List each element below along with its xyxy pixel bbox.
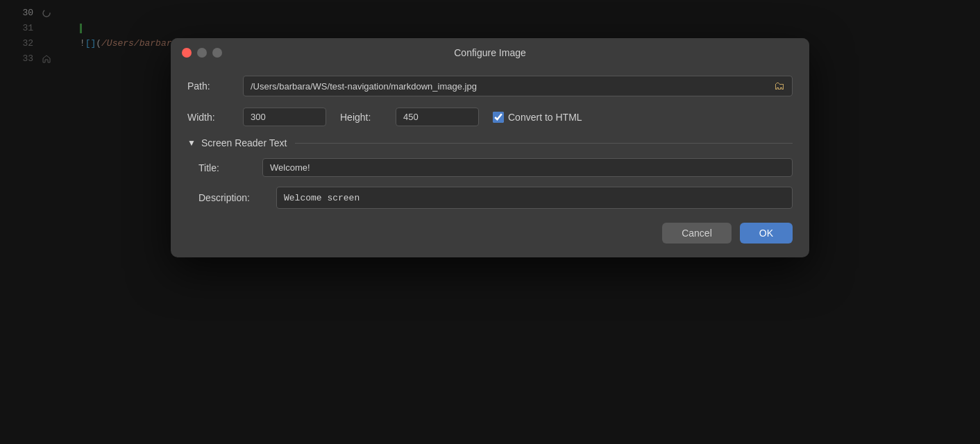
convert-to-html-row: Convert to HTML bbox=[493, 112, 582, 123]
section-divider bbox=[295, 143, 793, 144]
maximize-button[interactable] bbox=[212, 48, 222, 58]
height-input[interactable] bbox=[396, 108, 479, 126]
title-row: Title: bbox=[198, 158, 793, 177]
screen-reader-title: Screen Reader Text bbox=[201, 137, 287, 148]
screen-reader-header[interactable]: ▼ Screen Reader Text bbox=[187, 137, 793, 148]
minimize-button[interactable] bbox=[197, 48, 207, 58]
dimensions-row: Width: Height: Convert to HTML bbox=[187, 108, 793, 126]
path-input-container: /Users/barbara/WS/test-navigation/markdo… bbox=[243, 76, 793, 96]
screen-reader-section: ▼ Screen Reader Text Title: Description:… bbox=[187, 137, 793, 209]
close-button[interactable] bbox=[182, 48, 192, 58]
modal-overlay: Configure Image Path: /Users/barbara/WS/… bbox=[0, 0, 980, 444]
width-label: Width: bbox=[187, 112, 243, 123]
dialog-titlebar: Configure Image bbox=[171, 38, 809, 65]
traffic-lights bbox=[182, 48, 222, 58]
title-input[interactable] bbox=[262, 158, 793, 177]
cancel-button[interactable]: Cancel bbox=[662, 223, 732, 244]
description-label: Description: bbox=[198, 192, 268, 203]
configure-image-dialog: Configure Image Path: /Users/barbara/WS/… bbox=[171, 38, 809, 257]
convert-to-html-checkbox[interactable] bbox=[493, 112, 504, 123]
path-input-value: /Users/barbara/WS/test-navigation/markdo… bbox=[251, 81, 774, 92]
width-input[interactable] bbox=[243, 108, 326, 126]
dialog-title: Configure Image bbox=[454, 47, 526, 58]
height-label: Height: bbox=[340, 112, 396, 123]
dialog-content: Path: /Users/barbara/WS/test-navigation/… bbox=[171, 65, 809, 257]
description-row: Description: Welcome screen bbox=[198, 187, 793, 209]
path-label: Path: bbox=[187, 80, 243, 92]
collapse-arrow-icon: ▼ bbox=[187, 138, 196, 148]
description-input[interactable]: Welcome screen bbox=[276, 187, 793, 209]
ok-button[interactable]: OK bbox=[740, 223, 793, 244]
convert-to-html-wrapper: Convert to HTML bbox=[493, 112, 582, 123]
path-row: Path: /Users/barbara/WS/test-navigation/… bbox=[187, 76, 793, 96]
title-label: Title: bbox=[198, 162, 254, 173]
convert-to-html-label: Convert to HTML bbox=[508, 112, 582, 123]
button-row: Cancel OK bbox=[187, 223, 793, 244]
screen-reader-content: Title: Description: Welcome screen bbox=[187, 158, 793, 209]
folder-icon[interactable]: 🗂 bbox=[774, 80, 785, 92]
